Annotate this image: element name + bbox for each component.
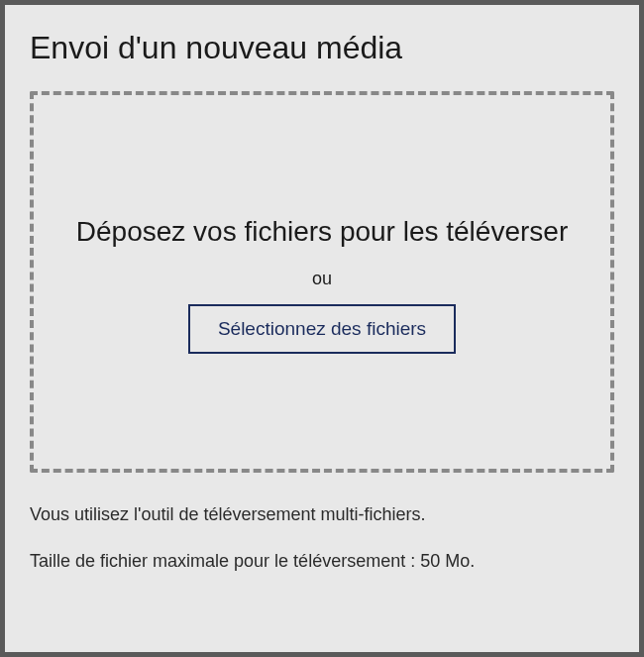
select-files-button[interactable]: Sélectionnez des fichiers	[188, 304, 456, 354]
max-file-size-text: Taille de fichier maximale pour le télév…	[30, 549, 614, 574]
multi-file-info-text: Vous utilisez l'outil de téléversement m…	[30, 502, 614, 527]
upload-panel: Envoi d'un nouveau média Déposez vos fic…	[0, 0, 644, 657]
page-title: Envoi d'un nouveau média	[30, 30, 614, 66]
drop-instruction-text: Déposez vos fichiers pour les téléverser	[76, 210, 568, 255]
or-separator-text: ou	[312, 269, 332, 289]
file-drop-zone[interactable]: Déposez vos fichiers pour les téléverser…	[30, 91, 614, 473]
